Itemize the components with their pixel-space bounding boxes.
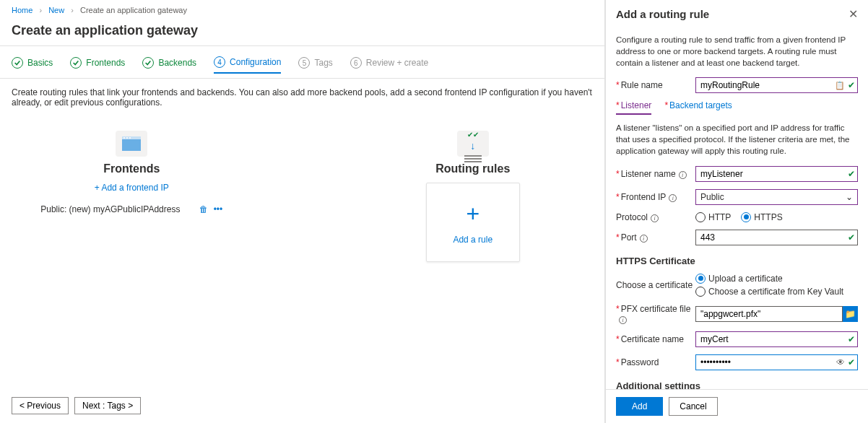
add-rule-card[interactable]: + Add a rule (426, 183, 520, 262)
frontend-item: Public: (new) myAGPublicIPAddress 🗑 ••• (38, 201, 225, 217)
listener-description: A listener "listens" on a specified port… (616, 122, 858, 157)
https-certificate-title: HTTPS Certificate (616, 256, 858, 266)
tab-configuration[interactable]: 4Configuration (214, 56, 281, 74)
frontend-ip-label: *Frontend IPi (616, 192, 695, 202)
check-icon: ✔ (848, 169, 855, 179)
delete-icon[interactable]: 🗑 (199, 204, 208, 214)
frontends-column: Frontends + Add a frontend IP Public: (n… (12, 131, 252, 262)
breadcrumb-home[interactable]: Home (12, 6, 32, 14)
protocol-label: Protocoli (616, 212, 695, 222)
close-icon[interactable]: ✕ (849, 7, 858, 21)
add-button[interactable]: Add (616, 397, 663, 416)
previous-button[interactable]: < Previous (12, 397, 69, 414)
protocol-https-radio[interactable]: HTTPS (741, 212, 782, 222)
pfx-file-label: *PFX certificate filei (616, 304, 695, 324)
browse-file-button[interactable]: 📁 (842, 306, 858, 322)
subtab-listener[interactable]: *Listener (616, 100, 651, 115)
cert-name-input[interactable] (695, 331, 858, 347)
routing-icon: ✔✔↓ (457, 131, 489, 157)
check-icon: ✔ (848, 232, 855, 243)
keyvault-cert-radio[interactable]: Choose a certificate from Key Vault (695, 287, 858, 297)
password-input[interactable] (695, 354, 858, 370)
breadcrumb-current: Create an application gateway (80, 6, 187, 14)
panel-title: Add a routing rule (616, 8, 709, 20)
port-label: *Porti (616, 232, 695, 243)
frontends-icon (116, 131, 147, 157)
eye-icon[interactable]: 👁 (836, 357, 845, 367)
add-frontend-ip-link[interactable]: + Add a frontend IP (95, 183, 169, 193)
info-icon[interactable]: i (640, 235, 648, 243)
routing-title: Routing rules (435, 162, 510, 175)
info-icon[interactable]: i (619, 316, 627, 324)
tab-tags[interactable]: 5Tags (298, 56, 332, 74)
check-icon: ✔ (848, 80, 855, 90)
cancel-button[interactable]: Cancel (669, 397, 717, 416)
frontends-title: Frontends (103, 162, 160, 175)
tab-backends[interactable]: Backends (142, 56, 196, 74)
plus-icon: + (466, 201, 479, 227)
instruction-text: Create routing rules that link your fron… (0, 79, 604, 116)
frontend-ip-select[interactable]: Public⌄ (695, 189, 858, 205)
pfx-file-input[interactable] (695, 306, 843, 322)
choose-cert-label: Choose a certificate (616, 280, 695, 290)
protocol-http-radio[interactable]: HTTP (695, 212, 731, 222)
cert-name-label: *Certificate name (616, 334, 695, 344)
routing-rules-column: ✔✔↓ Routing rules + Add a rule (353, 131, 594, 262)
tab-frontends[interactable]: Frontends (70, 56, 125, 74)
subtab-backend-targets[interactable]: *Backend targets (664, 100, 732, 115)
info-icon[interactable]: i (669, 194, 677, 202)
more-icon[interactable]: ••• (214, 204, 223, 214)
tab-review[interactable]: 6Review + create (350, 56, 428, 74)
listener-name-input[interactable] (695, 166, 858, 182)
tab-basics[interactable]: Basics (12, 56, 53, 74)
breadcrumb: Home › New › Create an application gatew… (0, 0, 604, 20)
rule-name-input[interactable] (695, 77, 858, 93)
panel-description: Configure a routing rule to send traffic… (616, 34, 858, 69)
page-title: Create an application gateway (0, 20, 604, 46)
check-icon: ✔ (848, 357, 855, 367)
chevron-down-icon: ⌄ (846, 192, 853, 202)
add-rule-label: Add a rule (453, 235, 492, 245)
next-button[interactable]: Next : Tags > (74, 397, 141, 414)
add-routing-rule-panel: Add a routing rule ✕ Configure a routing… (605, 0, 868, 423)
rule-name-label: *Rule name (616, 80, 695, 90)
port-input[interactable] (695, 230, 858, 245)
main-content: Home › New › Create an application gatew… (0, 0, 605, 423)
password-label: *Password (616, 357, 695, 367)
wizard-tabs: Basics Frontends Backends 4Configuration… (0, 46, 604, 79)
info-icon[interactable]: i (651, 214, 659, 222)
upload-cert-radio[interactable]: Upload a certificate (695, 274, 858, 284)
frontend-item-label: Public: (new) myAGPublicIPAddress (40, 204, 180, 214)
info-icon[interactable]: i (679, 171, 687, 179)
breadcrumb-new[interactable]: New (48, 6, 64, 14)
listener-name-label: *Listener namei (616, 169, 695, 179)
check-icon: ✔ (848, 334, 855, 344)
form-icon: 📋 (835, 81, 845, 90)
additional-settings-title: Additional settings (616, 380, 858, 389)
